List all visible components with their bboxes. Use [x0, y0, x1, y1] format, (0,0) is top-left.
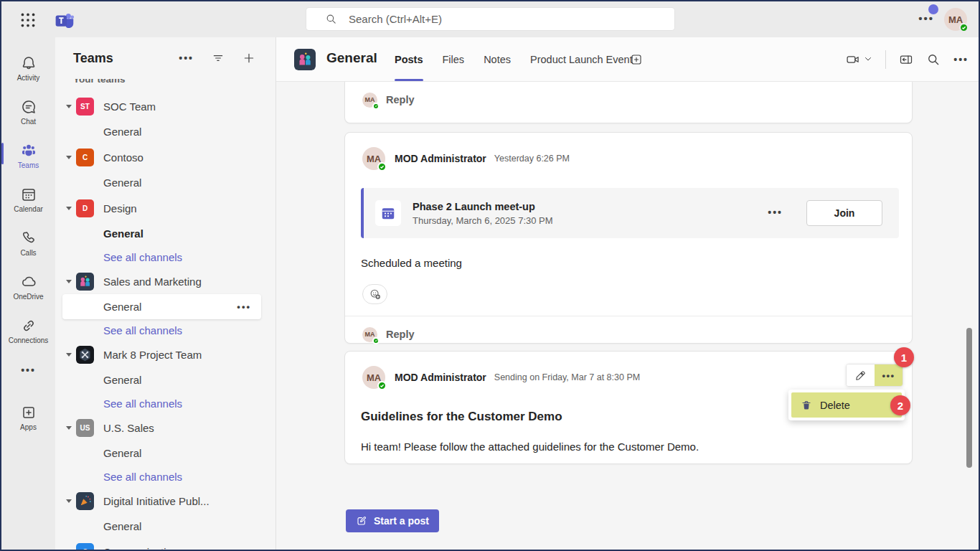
meet-button[interactable]	[846, 52, 872, 67]
add-tab-plus-icon	[630, 53, 643, 66]
see-all-channels-link[interactable]: See all channels	[55, 246, 275, 268]
team-row-mark8-project-team[interactable]: Mark 8 Project Team	[55, 342, 275, 367]
rail-item-chat[interactable]: Chat	[1, 90, 55, 133]
meeting-accent-bar	[361, 188, 364, 238]
app-launcher-button[interactable]	[19, 11, 37, 29]
see-all-channels-link[interactable]: See all channels	[55, 466, 275, 488]
chevron-down-icon	[65, 424, 74, 431]
channel-header: General Posts Files Notes Product Launch…	[276, 37, 979, 82]
team-row-contoso[interactable]: C Contoso	[55, 144, 275, 170]
search-input[interactable]: Search (Ctrl+Alt+E)	[306, 8, 674, 30]
compose-icon	[356, 515, 367, 527]
add-reaction-button[interactable]	[362, 284, 387, 304]
filter-icon[interactable]	[212, 52, 225, 65]
meeting-card[interactable]: Phase 2 Launch meet-up Thursday, March 6…	[361, 188, 899, 238]
channel-search-button[interactable]	[926, 52, 941, 67]
chevron-down-icon	[65, 204, 74, 212]
presence-available-icon	[377, 381, 387, 390]
video-camera-icon	[846, 52, 860, 67]
message-context-menu: Delete	[788, 390, 905, 420]
rail-item-calls[interactable]: Calls	[1, 221, 55, 265]
emoji-plus-icon	[369, 288, 382, 301]
team-icon: US	[76, 419, 94, 437]
team-icon: C	[76, 543, 94, 550]
team-icon: D	[76, 199, 94, 217]
annotation-step-2-badge: 2	[890, 395, 910, 415]
channel-options-button[interactable]: •••	[237, 301, 251, 312]
chevron-down-icon	[65, 351, 74, 358]
sidebar-more-button[interactable]: •••	[179, 52, 194, 64]
rail-item-apps[interactable]: Apps	[1, 395, 55, 439]
avatar: MA	[362, 93, 377, 108]
message-card-scheduled: MA MOD Administrator Sending on Friday, …	[344, 351, 913, 464]
message-card-meeting: MA MOD Administrator Yesterday 6:26 PM P…	[344, 132, 913, 344]
team-icon: ST	[76, 98, 94, 116]
chevron-down-icon	[864, 53, 872, 66]
reply-button[interactable]: MA Reply	[345, 316, 912, 352]
message-body: Hi team! Please follow the attached guid…	[361, 441, 896, 453]
team-row-design[interactable]: D Design	[55, 195, 275, 221]
sidebar-header: Teams •••	[55, 37, 275, 79]
pencil-icon	[854, 369, 867, 382]
more-message-actions-button[interactable]: •••	[875, 364, 903, 386]
channel-row-general[interactable]: General	[55, 119, 275, 144]
see-all-channels-link[interactable]: See all channels	[55, 319, 275, 342]
channel-row-general[interactable]: General	[55, 514, 275, 539]
channel-more-button[interactable]: •••	[953, 54, 969, 65]
presence-available-icon	[372, 103, 380, 110]
vertical-scrollbar[interactable]	[966, 328, 972, 468]
see-all-channels-link[interactable]: See all channels	[55, 392, 275, 415]
topbar-more-button[interactable]: •••	[918, 12, 934, 24]
channel-row-general[interactable]: General	[55, 170, 275, 195]
team-row-communications[interactable]: C Communications	[55, 539, 275, 550]
team-row-digital-initiative[interactable]: Digital Initiative Publ...	[55, 488, 275, 514]
bell-icon	[20, 55, 37, 72]
rail-item-connections[interactable]: Connections	[1, 309, 55, 352]
create-team-button[interactable]	[242, 52, 255, 65]
join-button[interactable]: Join	[806, 200, 882, 226]
avatar: MA	[362, 366, 385, 389]
menu-item-delete[interactable]: Delete	[791, 392, 902, 418]
open-pane-button[interactable]	[899, 52, 913, 67]
channel-header-actions: •••	[846, 37, 969, 81]
channel-row-general-selected[interactable]: General •••	[62, 294, 261, 319]
tab-posts[interactable]: Posts	[395, 37, 423, 81]
start-post-button[interactable]: Start a post	[346, 509, 439, 532]
avatar: MA	[362, 147, 385, 170]
rail-item-teams[interactable]: Teams	[1, 133, 55, 177]
chevron-down-icon	[65, 548, 74, 550]
meeting-title: Phase 2 Launch meet-up	[413, 201, 553, 212]
team-row-sales-and-marketing[interactable]: Sales and Marketing	[55, 268, 275, 294]
reply-button[interactable]: MA Reply	[345, 82, 912, 118]
search-placeholder: Search (Ctrl+Alt+E)	[349, 13, 442, 25]
message-actions-toolbar: •••	[846, 364, 903, 387]
tab-files[interactable]: Files	[443, 37, 465, 81]
edit-message-button[interactable]	[847, 364, 875, 386]
sales-marketing-logo-icon	[76, 273, 94, 291]
team-icon: C	[76, 149, 94, 166]
rail-item-calendar[interactable]: Calendar	[1, 177, 55, 221]
user-avatar[interactable]: MA	[944, 8, 967, 31]
meeting-more-button[interactable]: •••	[768, 207, 783, 218]
divider	[885, 50, 886, 69]
search-icon	[325, 13, 337, 25]
rail-more-button[interactable]: •••	[1, 357, 55, 384]
add-tab-button[interactable]	[630, 53, 643, 66]
team-row-us-sales[interactable]: US U.S. Sales	[55, 415, 275, 441]
rail-item-onedrive[interactable]: OneDrive	[1, 265, 55, 309]
team-row-soc-team[interactable]: ST SOC Team	[55, 93, 275, 119]
teams-window: Search (Ctrl+Alt+E) ••• MA Activity Chat…	[0, 0, 980, 551]
chevron-down-icon	[65, 154, 74, 161]
channel-row-general[interactable]: General	[55, 367, 275, 392]
waffle-grid-icon	[19, 11, 37, 29]
chat-icon	[20, 98, 37, 116]
avatar: MA	[362, 327, 377, 342]
tab-notes[interactable]: Notes	[484, 37, 511, 81]
channel-row-general-unread[interactable]: General	[55, 221, 275, 246]
tab-product-launch-event[interactable]: Product Launch Event	[530, 37, 633, 81]
message-timestamp: Sending on Friday, Mar 7 at 8:30 PM	[494, 372, 640, 382]
open-pane-icon	[899, 52, 913, 67]
rail-item-activity[interactable]: Activity	[1, 46, 55, 90]
sidebar-title: Teams	[73, 51, 113, 66]
channel-row-general[interactable]: General	[55, 441, 275, 466]
